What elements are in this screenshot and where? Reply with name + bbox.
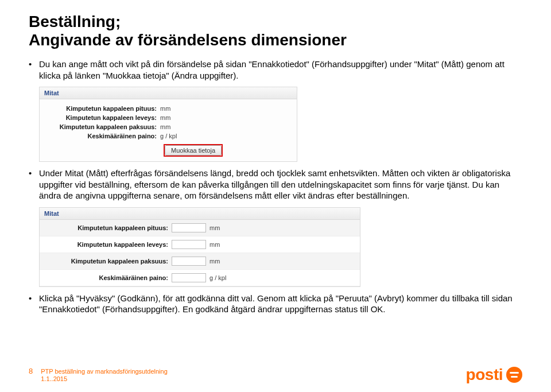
dim-row: Kimputetun kappaleen leveys: mm [40,236,360,253]
dim-row: Keskimääräinen paino: g / kpl [45,131,291,141]
bullet-2: Under Mitat (Mått) efterfrågas försändel… [29,168,522,201]
dim-unit: g / kpl [160,133,177,139]
bullet-list: Under Mitat (Mått) efterfrågas försändel… [29,168,522,201]
dim-label: Kimputetun kappaleen leveys: [40,241,172,248]
dim-row: Kimputetun kappaleen paksuus: mm [45,122,291,131]
dim-unit: mm [160,105,170,112]
edit-button-highlight: Muokkaa tietoja [164,144,223,157]
page-title: Beställning; Angivande av försändelsens … [29,13,522,49]
dim-row: Keskimääräinen paino: g / kpl [40,270,360,286]
dim-label: Kimputetun kappaleen paksuus: [40,258,172,265]
dim-label: Kimputetun kappaleen leveys: [45,114,160,121]
footer-line1: PTP beställning av marknadsföringsutdeln… [41,368,168,375]
bullet-list: Klicka på "Hyväksy" (Godkänn), för att g… [29,293,522,315]
thickness-input[interactable] [172,257,206,266]
dim-label: Keskimääräinen paino: [45,133,160,139]
dim-row: Kimputetun kappaleen pituus: mm [45,104,291,113]
dimensions-panel-editable: Mitat Kimputetun kappaleen pituus: mm Ki… [39,207,360,287]
logo-text: posti [466,366,503,384]
width-input[interactable] [172,240,206,249]
dim-row: Kimputetun kappaleen paksuus: mm [40,253,360,270]
slide-footer: 8 PTP beställning av marknadsföringsutde… [29,366,522,384]
dim-unit: mm [209,258,220,265]
posti-logo: posti [466,366,522,384]
length-input[interactable] [172,223,206,232]
dim-label: Keskimääräinen paino: [40,274,172,281]
edit-button[interactable]: Muokkaa tietoja [165,145,222,156]
page-number: 8 [29,367,33,375]
dim-unit: mm [209,241,220,248]
dim-unit: mm [160,123,170,130]
bullet-1: Du kan ange mått och vikt på din försänd… [29,59,522,81]
logo-icon [506,367,522,383]
bullet-3: Klicka på "Hyväksy" (Godkänn), för att g… [29,293,522,315]
dimensions-panel-readonly: Mitat Kimputetun kappaleen pituus: mm Ki… [39,87,297,162]
dim-unit: mm [160,114,170,121]
panel-heading: Mitat [40,208,360,220]
dim-label: Kimputetun kappaleen paksuus: [45,123,160,130]
weight-input[interactable] [172,273,206,282]
dim-label: Kimputetun kappaleen pituus: [45,105,160,112]
footer-line2: 1.1..2015 [41,375,168,383]
dim-row: Kimputetun kappaleen pituus: mm [40,220,360,236]
dim-row: Kimputetun kappaleen leveys: mm [45,113,291,122]
bullet-list: Du kan ange mått och vikt på din försänd… [29,59,522,81]
panel-heading: Mitat [40,87,297,99]
dim-label: Kimputetun kappaleen pituus: [40,224,172,231]
dim-unit: mm [209,224,220,231]
dim-unit: g / kpl [209,274,226,281]
